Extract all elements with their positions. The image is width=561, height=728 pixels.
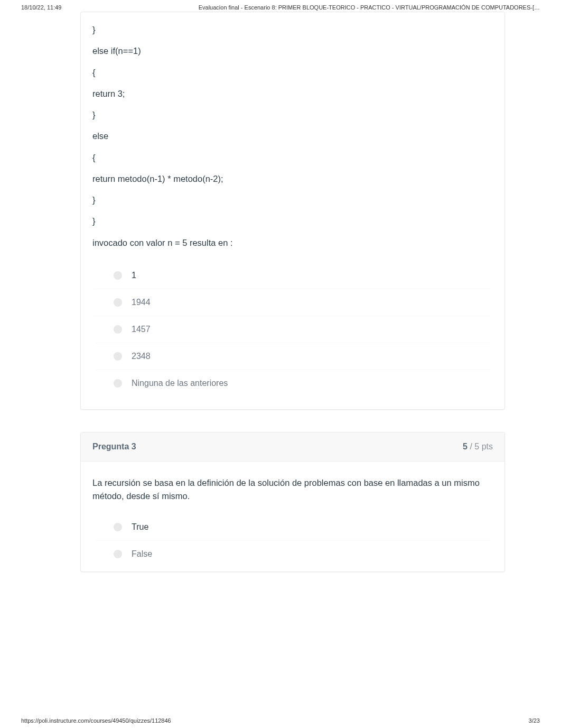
question-2-body: } else if(n==1) { return 3; } else { ret…	[81, 12, 504, 409]
code-line: return 3;	[92, 88, 493, 99]
code-line: {	[92, 152, 493, 163]
radio-icon	[114, 271, 122, 280]
print-header: 18/10/22, 11:49 Evaluacion final - Escen…	[0, 0, 561, 12]
radio-icon	[114, 298, 122, 307]
code-line: }	[92, 215, 493, 227]
radio-icon	[114, 352, 122, 361]
page: 18/10/22, 11:49 Evaluacion final - Escen…	[0, 0, 561, 728]
answer-option[interactable]: 1	[95, 262, 491, 289]
answer-text: True	[132, 522, 148, 532]
answer-text: 2348	[132, 352, 151, 361]
points-separator: /	[467, 442, 474, 451]
answer-option[interactable]: 1457	[95, 316, 491, 343]
code-line: else	[92, 130, 493, 142]
answer-option[interactable]: 1944	[95, 289, 491, 316]
question-2-prompt-tail: invocado con valor n = 5 resulta en :	[92, 237, 493, 248]
question-2-card: } else if(n==1) { return 3; } else { ret…	[80, 12, 505, 410]
code-line: else if(n==1)	[92, 45, 493, 57]
radio-icon	[114, 550, 122, 558]
answer-option[interactable]: True	[95, 514, 491, 540]
content-column: } else if(n==1) { return 3; } else { ret…	[80, 12, 505, 572]
footer-url: https://poli.instructure.com/courses/494…	[21, 717, 171, 724]
radio-icon	[114, 379, 122, 388]
radio-icon	[114, 523, 122, 531]
code-line: }	[92, 24, 493, 35]
header-datetime: 18/10/22, 11:49	[21, 4, 61, 11]
points-earned: 5	[463, 442, 467, 451]
answer-option[interactable]: Ninguna de las anteriores	[95, 370, 491, 397]
radio-icon	[114, 325, 122, 334]
header-title: Evaluacion final - Escenario 8: PRIMER B…	[199, 4, 540, 11]
print-footer: https://poli.instructure.com/courses/494…	[21, 717, 540, 724]
points-suffix: pts	[479, 442, 493, 451]
question-3-card: Pregunta 3 5 / 5 pts La recursión se bas…	[80, 432, 505, 572]
code-line: {	[92, 67, 493, 78]
footer-page-number: 3/23	[529, 717, 540, 724]
answer-text: False	[132, 549, 152, 559]
answer-text: 1457	[132, 325, 151, 334]
question-3-prompt: La recursión se basa en la definición de…	[92, 476, 493, 503]
code-line: }	[92, 109, 493, 121]
question-3-title: Pregunta 3	[92, 442, 136, 451]
points-total: 5	[474, 442, 479, 451]
answer-option[interactable]: False	[95, 540, 491, 567]
answer-text: 1	[132, 271, 136, 280]
question-3-points: 5 / 5 pts	[463, 442, 493, 451]
question-3-header: Pregunta 3 5 / 5 pts	[81, 432, 504, 462]
answer-text: 1944	[132, 298, 151, 307]
answer-text: Ninguna de las anteriores	[132, 379, 228, 388]
question-3-answers: True False	[92, 510, 493, 567]
code-line: return metodo(n-1) * metodo(n-2);	[92, 173, 493, 185]
question-3-body: La recursión se basa en la definición de…	[81, 462, 504, 572]
question-2-answers: 1 1944 1457 2348	[92, 258, 493, 397]
code-line: }	[92, 194, 493, 206]
answer-option[interactable]: 2348	[95, 343, 491, 370]
